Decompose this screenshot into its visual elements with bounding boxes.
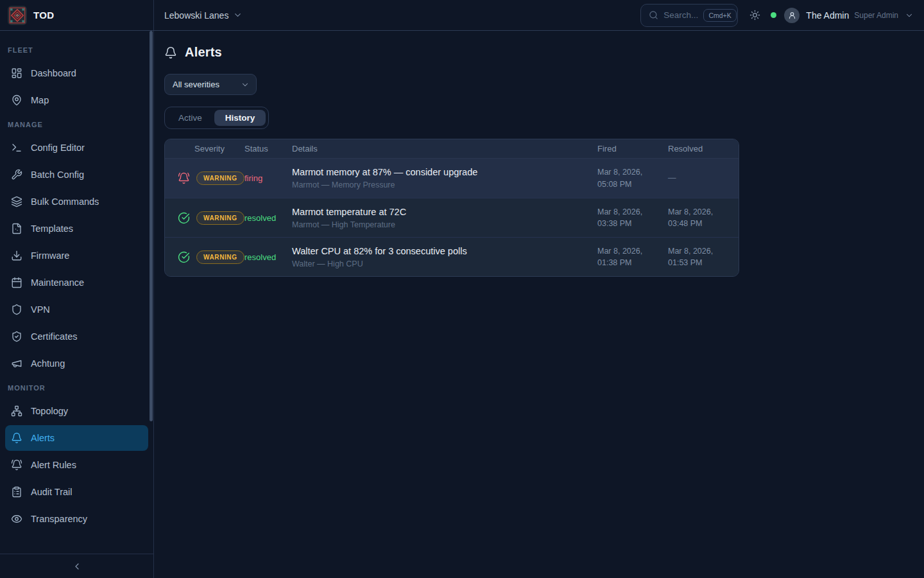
sidebar-item-maintenance[interactable]: Maintenance (5, 270, 148, 295)
sidebar-item-batch-config[interactable]: Batch Config (5, 162, 148, 188)
bell-ring-icon (11, 459, 22, 471)
severity-cell: WARNING (165, 171, 239, 185)
sidebar-item-alert-rules[interactable]: Alert Rules (5, 452, 148, 478)
severity-badge: WARNING (196, 171, 244, 185)
status-text: firing (239, 173, 292, 183)
sidebar-item-label: Topology (31, 406, 68, 416)
clipboard-list-icon (11, 486, 22, 498)
megaphone-icon (11, 358, 22, 369)
details-cell: Marmot memory at 87% — consider upgrade … (292, 167, 597, 189)
shield-check-icon (11, 331, 22, 342)
user-icon (787, 10, 797, 20)
fired-timestamp: Mar 8, 2026, 05:08 PM (597, 166, 668, 189)
tab-history[interactable]: History (214, 110, 266, 126)
map-pin-icon (11, 94, 22, 106)
sidebar-collapse-button[interactable] (72, 561, 82, 572)
bell-icon (11, 432, 22, 444)
page-header: Alerts (164, 45, 914, 60)
avatar[interactable] (784, 8, 800, 23)
alert-title: Marmot memory at 87% — consider upgrade (292, 167, 597, 177)
sidebar-item-label: Alerts (31, 433, 55, 443)
alerts-table: Severity Status Details Fired Resolved W… (164, 139, 739, 277)
table-row[interactable]: WARNING resolved Walter CPU at 82% for 3… (165, 237, 739, 276)
theme-toggle-button[interactable] (749, 10, 760, 21)
rug-logo-icon (8, 6, 27, 25)
network-icon (11, 405, 22, 417)
main-content: Alerts All severities Active History Sev… (154, 31, 924, 578)
sidebar-item-audit-trail[interactable]: Audit Trail (5, 479, 148, 505)
user-menu-button[interactable] (905, 11, 914, 20)
severity-filter-select[interactable]: All severities (164, 74, 257, 95)
tab-active[interactable]: Active (167, 110, 213, 126)
sidebar-item-topology[interactable]: Topology (5, 398, 148, 424)
sidebar-item-label: Map (31, 95, 49, 105)
sidebar-nav: FLEET Dashboard Map MANAGE Config Editor… (0, 31, 153, 554)
severity-cell: WARNING (165, 250, 239, 264)
chevron-left-icon (72, 561, 82, 572)
sidebar-item-label: Achtung (31, 358, 65, 369)
layers-icon (11, 196, 22, 207)
user-name: The Admin (806, 10, 849, 21)
check-circle-icon (178, 212, 190, 224)
sidebar-item-map[interactable]: Map (5, 87, 148, 113)
sidebar-item-label: Audit Trail (31, 487, 72, 497)
table-row[interactable]: WARNING resolved Marmot temperature at 7… (165, 198, 739, 237)
wrench-icon (11, 169, 22, 180)
brand: TOD (0, 0, 154, 30)
severity-badge: WARNING (196, 250, 244, 264)
calendar-icon (11, 277, 22, 288)
sidebar-item-transparency[interactable]: Transparency (5, 506, 148, 532)
topbar: TOD Lebowski Lanes Search... Cmd+K The A… (0, 0, 924, 31)
resolved-timestamp: Mar 8, 2026, 01:53 PM (668, 245, 739, 268)
sidebar-item-label: Templates (31, 223, 73, 234)
shield-icon (11, 304, 22, 315)
sidebar-item-label: Alert Rules (31, 460, 76, 470)
sun-icon (749, 10, 760, 21)
sidebar-item-dashboard[interactable]: Dashboard (5, 60, 148, 86)
sidebar-item-config-editor[interactable]: Config Editor (5, 135, 148, 161)
resolved-timestamp: — (668, 172, 739, 184)
column-header-severity: Severity (165, 144, 239, 153)
search-icon (649, 10, 658, 20)
search-placeholder: Search... (663, 10, 698, 20)
sidebar-item-label: Certificates (31, 331, 78, 342)
sidebar-footer (0, 554, 153, 578)
sidebar-item-label: Config Editor (31, 143, 85, 153)
alert-subtitle: Walter — High CPU (292, 259, 597, 268)
sidebar-item-alerts[interactable]: Alerts (5, 425, 148, 451)
sidebar-scrollbar[interactable] (150, 31, 153, 421)
severity-cell: WARNING (165, 211, 239, 225)
column-header-fired: Fired (597, 144, 668, 153)
sidebar-item-label: Maintenance (31, 277, 84, 288)
sidebar-item-label: Dashboard (31, 68, 76, 78)
org-switcher[interactable]: Lebowski Lanes (164, 10, 243, 21)
sidebar: FLEET Dashboard Map MANAGE Config Editor… (0, 31, 154, 578)
layout-dashboard-icon (11, 67, 22, 79)
chevron-down-icon (905, 11, 914, 20)
sidebar-item-certificates[interactable]: Certificates (5, 324, 148, 349)
alert-title: Walter CPU at 82% for 3 consecutive poll… (292, 246, 597, 256)
app-name: TOD (33, 10, 54, 21)
sidebar-item-templates[interactable]: Templates (5, 216, 148, 241)
section-label-monitor: MONITOR (0, 378, 153, 397)
sidebar-item-vpn[interactable]: VPN (5, 297, 148, 322)
sidebar-item-achtung[interactable]: Achtung (5, 351, 148, 376)
section-label-fleet: FLEET (0, 40, 153, 59)
alert-subtitle: Marmot — High Temperature (292, 220, 597, 229)
table-row[interactable]: WARNING firing Marmot memory at 87% — co… (165, 159, 739, 198)
alerts-view-tabs: Active History (164, 107, 269, 129)
sidebar-item-bulk-commands[interactable]: Bulk Commands (5, 189, 148, 215)
search-shortcut-badge: Cmd+K (703, 9, 736, 22)
sidebar-item-label: Bulk Commands (31, 197, 99, 207)
search-input[interactable]: Search... Cmd+K (640, 4, 738, 27)
terminal-icon (11, 142, 22, 153)
user-role-badge: Super Admin (854, 11, 898, 20)
check-circle-icon (178, 251, 190, 263)
section-label-manage: MANAGE (0, 114, 153, 134)
sidebar-item-firmware[interactable]: Firmware (5, 243, 148, 268)
page-title: Alerts (185, 45, 222, 60)
details-cell: Walter CPU at 82% for 3 consecutive poll… (292, 246, 597, 268)
chevron-down-icon (233, 10, 243, 20)
bell-ring-icon (178, 172, 190, 184)
sidebar-item-label: Batch Config (31, 170, 84, 180)
